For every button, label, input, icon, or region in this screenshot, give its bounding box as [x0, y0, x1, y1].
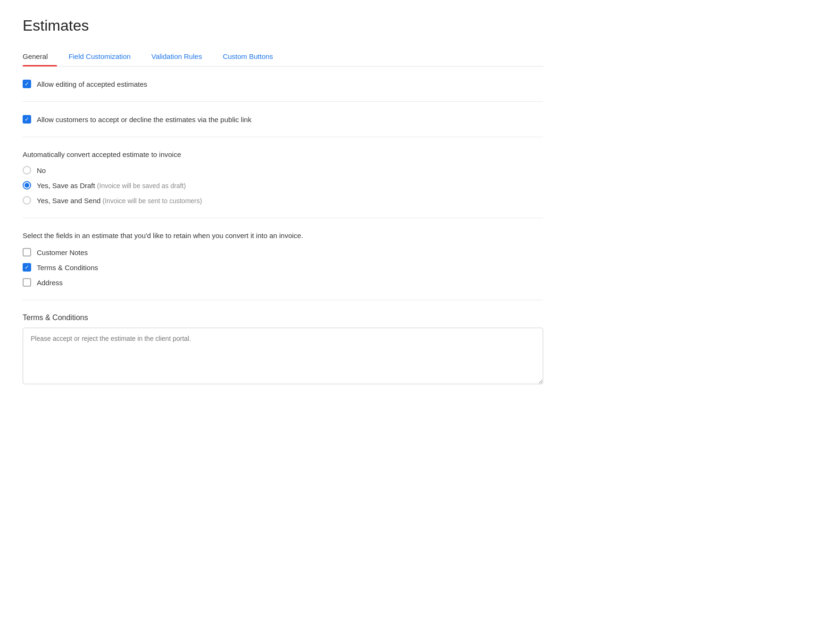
- radio-save-draft-hint: (Invoice will be saved as draft): [97, 182, 186, 190]
- radio-save-send[interactable]: Yes, Save and Send (Invoice will be sent…: [23, 196, 543, 205]
- tab-custom-buttons[interactable]: Custom Buttons: [223, 48, 282, 66]
- page-container: Estimates General Field Customization Va…: [0, 0, 566, 416]
- address-row: ✓ Address: [23, 278, 543, 287]
- radio-save-send-hint: (Invoice will be sent to customers): [103, 197, 202, 205]
- address-label: Address: [37, 279, 63, 287]
- retain-fields-section: Select the fields in an estimate that yo…: [23, 218, 543, 300]
- allow-customers-row: ✓ Allow customers to accept or decline t…: [23, 115, 543, 124]
- radio-save-draft-label: Yes, Save as Draft (Invoice will be save…: [37, 182, 186, 190]
- customer-notes-row: ✓ Customer Notes: [23, 248, 543, 256]
- terms-conditions-label: Terms & Conditions: [37, 264, 98, 272]
- terms-section: Terms & Conditions: [23, 300, 543, 399]
- auto-convert-section: Automatically convert accepted estimate …: [23, 137, 543, 218]
- content-area: ✓ Allow editing of accepted estimates ✓ …: [23, 66, 543, 399]
- radio-save-send-label: Yes, Save and Send (Invoice will be sent…: [37, 197, 202, 205]
- retain-fields-list: ✓ Customer Notes ✓ Terms & Conditions ✓ …: [23, 248, 543, 287]
- page-title: Estimates: [23, 17, 543, 34]
- allow-editing-checkbox[interactable]: ✓: [23, 80, 31, 88]
- terms-textarea[interactable]: [23, 328, 543, 384]
- allow-customers-label: Allow customers to accept or decline the…: [37, 116, 251, 124]
- radio-no[interactable]: No: [23, 166, 543, 174]
- customer-notes-checkbox[interactable]: ✓: [23, 248, 31, 256]
- allow-customers-checkbox[interactable]: ✓: [23, 115, 31, 124]
- checkmark-icon-4: ✓: [25, 264, 29, 270]
- auto-convert-radio-group: No Yes, Save as Draft (Invoice will be s…: [23, 166, 543, 205]
- address-checkbox[interactable]: ✓: [23, 278, 31, 287]
- radio-no-label: No: [37, 166, 46, 174]
- allow-editing-label: Allow editing of accepted estimates: [37, 80, 147, 88]
- radio-save-draft-button[interactable]: [23, 181, 31, 190]
- radio-save-send-button[interactable]: [23, 196, 31, 205]
- checkmark-icon: ✓: [25, 81, 29, 87]
- radio-no-button[interactable]: [23, 166, 31, 174]
- terms-title: Terms & Conditions: [23, 314, 543, 322]
- tabs-bar: General Field Customization Validation R…: [23, 48, 543, 66]
- allow-editing-section: ✓ Allow editing of accepted estimates: [23, 66, 543, 102]
- auto-convert-title: Automatically convert accepted estimate …: [23, 150, 543, 158]
- terms-conditions-row: ✓ Terms & Conditions: [23, 263, 543, 272]
- checkmark-icon-2: ✓: [25, 116, 29, 122]
- customer-notes-label: Customer Notes: [37, 248, 88, 256]
- tab-validation-rules[interactable]: Validation Rules: [151, 48, 211, 66]
- allow-customers-section: ✓ Allow customers to accept or decline t…: [23, 102, 543, 137]
- terms-conditions-checkbox[interactable]: ✓: [23, 263, 31, 272]
- allow-editing-row: ✓ Allow editing of accepted estimates: [23, 80, 543, 88]
- retain-fields-description: Select the fields in an estimate that yo…: [23, 231, 543, 239]
- tab-general[interactable]: General: [23, 48, 57, 66]
- radio-save-draft[interactable]: Yes, Save as Draft (Invoice will be save…: [23, 181, 543, 190]
- tab-field-customization[interactable]: Field Customization: [68, 48, 140, 66]
